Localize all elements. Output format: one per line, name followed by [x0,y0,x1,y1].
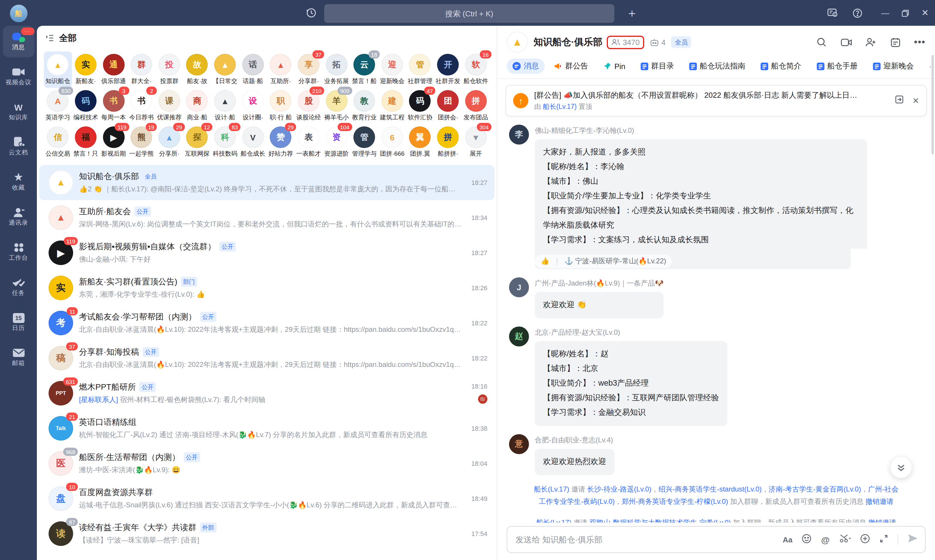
member-count-annotation-box[interactable]: 3470 [607,35,644,49]
group-tile-团拼·666[interactable]: 6团拼·666 [378,124,406,160]
group-tile-俱乐部通[interactable]: 通俱乐部通 [100,51,128,88]
group-tile-科技数码[interactable]: 科83科技数码 [211,124,239,160]
group-tile-互助所·[interactable]: ▲互助所· [267,51,295,88]
sidebar-item-mail[interactable]: 邮箱 [3,342,34,373]
group-tile-职·行 船[interactable]: 职职·行 船 [267,88,295,124]
tab-船仓手册[interactable]: 船仓手册 [811,58,864,74]
help-icon[interactable] [850,6,865,20]
group-tile-发布团品[interactable]: 拼发布团品 [462,88,490,124]
group-avatar[interactable]: ▲ [507,32,528,53]
pinned-announcement[interactable]: ↑ [群公告] 📣加入俱乐部的船友（不用设置群昵称） 2022 船友俱乐部·日志… [506,85,927,117]
open-pinned-icon[interactable] [895,95,904,106]
group-tile-英语学习[interactable]: A830英语学习 [44,88,72,124]
sidebar-item-favorites[interactable]: ★ 收藏 [3,166,34,198]
system-link[interactable]: 船长(Lv.17) [534,485,569,493]
system-link[interactable]: 绍兴-商务英语学生-stardust(Lv.0) [658,485,762,493]
group-tile-褥羊毛小[interactable]: 羊909褥羊毛小 [323,88,351,124]
group-tile-优课推荐[interactable]: 课优课推荐 [155,88,183,124]
minimize-button[interactable]: — [878,6,893,20]
group-tile-展开[interactable]: ▼304展开 [462,124,490,160]
group-tile-团拼会·[interactable]: 团团拼会· [434,88,462,124]
scrollbar-thumb[interactable] [932,55,934,154]
more-actions-icon[interactable]: ••• [914,36,926,48]
bot-count-wrap[interactable]: 4 [651,38,666,46]
group-tile-分享所·[interactable]: ▲29分享所· [155,124,183,160]
sidebar-item-video-meeting[interactable]: 视频会议 [3,61,34,92]
group-tile-社群开发[interactable]: 开社群开发 [434,51,462,88]
tab-群公告[interactable]: 群公告 [548,58,594,74]
sender-avatar[interactable]: 意 [509,434,529,454]
history-icon[interactable] [304,6,318,20]
group-tile-设计·船[interactable]: ▲设计·船 [211,88,239,124]
group-tile-新船友·[interactable]: 实新船友· [72,51,100,88]
chat-list-item[interactable]: 实新船友·实习群(看置顶公告)部门东莞，湘潭-化学专业学生-徐行(Lv.0): … [39,270,494,305]
group-tile-建筑工程[interactable]: 建建筑工程 [378,88,406,124]
group-tile-商业·船[interactable]: 商商业·船 [183,88,211,124]
group-tile-分享群·[interactable]: 享37分享群· [295,51,322,88]
chat-list-item[interactable]: 考11考试船友会·学习帮帮团（内测）公开北京-自由职业-冰蓝清晨(🔥Lv.10)… [39,305,494,340]
new-chat-plus-icon[interactable]: ＋ [625,6,639,20]
video-call-icon[interactable] [840,36,852,48]
group-tile-资源进阶[interactable]: 资104资源进阶 [323,124,351,160]
group-tile-社群管理[interactable]: 管社群管理 [406,51,434,88]
font-format-icon[interactable]: Aa [783,535,792,544]
pinned-by-link[interactable]: 船长(Lv.17) [543,103,577,110]
chat-list-item[interactable]: 稿37分享群·知海投稿公开北京-自由职业-冰蓝清晨(🔥Lv.10): 2022年… [39,340,494,376]
reaction-chip[interactable]: 👍｜⚓ 宁波-易医研学-常山(🔥Lv.22) [535,255,672,268]
schedule-icon[interactable] [889,36,901,48]
tab-迎新晚会[interactable]: 迎新晚会 [867,58,920,74]
group-tile-投票群[interactable]: 投投票群 [155,51,183,88]
group-tile-船友·故[interactable]: 故船友·故 [183,51,211,88]
chat-list-item[interactable]: 盘10百度网盘资源共享群运城-电子信息-Snail男孩(Lv.6) 通过扫描 西… [39,481,494,516]
sender-avatar[interactable]: J [509,277,529,297]
group-tile-迎新晚会[interactable]: 迎迎新晚会 [378,51,406,88]
close-button[interactable]: ✕ [917,6,933,20]
group-tile-业务拓展[interactable]: 拓业务拓展 [323,51,351,88]
restore-button[interactable] [898,6,913,20]
chat-list-item[interactable]: Talk21英语口语精练组杭州-智能化工厂-风(Lv.2) 通过 济南-项目经理… [39,411,494,446]
sidebar-item-workbench[interactable]: 工作台 [3,236,34,268]
system-link[interactable]: 长沙-待业-路遥(Lv.0) [587,485,652,493]
expand-composer-icon[interactable] [880,534,888,545]
sidebar-item-wiki[interactable]: W 知识库 [3,96,34,128]
group-tile-编程技术[interactable]: 码编程技术 [72,88,100,124]
group-tile-船仓成长[interactable]: V船仓成长 [239,124,267,160]
emoji-icon[interactable] [802,533,812,546]
group-tile-【日常交[interactable]: ▲【日常交 [211,51,239,88]
search-input[interactable] [324,4,614,23]
group-tile-禁言！船[interactable]: 云18禁言！船 [351,51,378,88]
sidebar-item-messages[interactable]: ··· 消息 [3,26,34,57]
group-tile-今日荐书[interactable]: 书2今日荐书 [128,88,155,124]
group-tile-禁言！只[interactable]: 福禁言！只 [72,124,100,160]
chat-list-item[interactable]: ▲互助所·船友会公开深圳-网络-黑闲(Lv.6): 岗位调整成一个英文IT岗位，… [39,200,494,235]
group-tile-每周一本[interactable]: 书3每周一本 [100,88,128,124]
system-link[interactable]: 郑州-商务英语专业学生-柠檬(Lv.0) [622,497,728,506]
group-tile-教育行业[interactable]: 教教育行业 [351,88,378,124]
group-tile-船仓软件[interactable]: 软16船仓软件 [462,51,490,88]
close-pinned-icon[interactable]: ✕ [912,96,919,105]
user-avatar[interactable]: 船 [10,5,27,22]
filter-title[interactable]: 全部 [59,32,77,44]
group-tile-知识船仓[interactable]: ▲知识船仓 [44,51,72,88]
system-link[interactable]: 船长(Lv.17) [536,518,571,523]
sender-avatar[interactable]: 赵 [509,326,529,346]
group-tile-管理学与[interactable]: 管管理学与 [351,124,378,160]
chat-list-item[interactable]: 医968船医所·生活帮帮团（内测）公开潍坊-中医-宋洪涛(🐉🔥Lv.9): 😄1… [39,446,494,481]
mention-icon[interactable]: @ [821,535,830,545]
sender-avatar[interactable]: 李 [509,125,529,145]
add-member-icon[interactable] [865,36,877,48]
group-tile-船拼拼·[interactable]: 拼船拼拼· [434,124,462,160]
group-tile-好站力荐[interactable]: 赞29好站力荐 [267,124,295,160]
chat-list-item[interactable]: 读87读经有益·壬寅年《大学》共读群外部【读经】宁波—珠宝翡翠—然宇: [语音]… [39,516,494,551]
group-tile-互联网探[interactable]: 探12互联网探 [183,124,211,160]
system-link[interactable]: 济南-考古学生-黄金百两(Lv.0) [769,485,861,493]
group-tile-软件汇协[interactable]: 码47软件汇协 [406,88,434,124]
send-button[interactable] [907,534,918,545]
group-tile-一表船才[interactable]: 表一表船才 [295,124,322,160]
scroll-to-bottom-button[interactable] [890,457,912,478]
collapse-filter-icon[interactable] [45,33,54,43]
group-tile-谈股论经[interactable]: 股210谈股论经 [295,88,322,124]
chat-search-icon[interactable] [816,36,827,48]
group-tile-设计圈·[interactable]: 设设计圈· [239,88,267,124]
tab-船仓玩法指南[interactable]: 船仓玩法指南 [683,58,751,74]
